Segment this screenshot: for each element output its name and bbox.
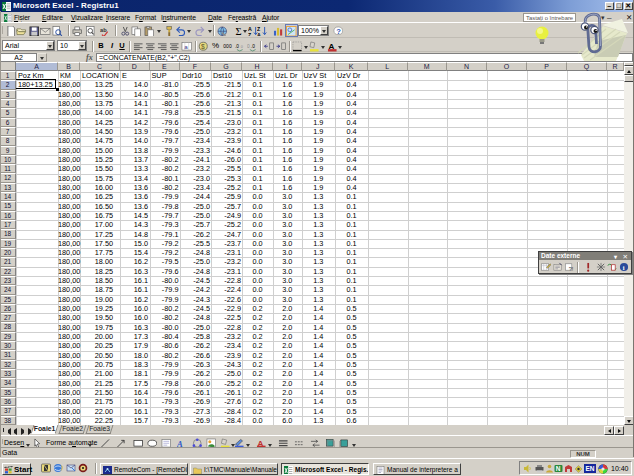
svg-text:A: A xyxy=(257,31,261,36)
svg-text:EN: EN xyxy=(586,465,595,472)
svg-text:a: a xyxy=(184,43,188,50)
svg-text:?!: ?! xyxy=(569,266,574,272)
svg-text:N: N xyxy=(556,465,561,472)
svg-text:$: $ xyxy=(201,43,205,50)
svg-text:0: 0 xyxy=(240,45,242,49)
svg-text:ab: ab xyxy=(100,26,107,32)
svg-text:i: i xyxy=(623,264,625,271)
svg-text:Z: Z xyxy=(248,31,252,36)
svg-text:0: 0 xyxy=(247,44,250,49)
svg-text:.0: .0 xyxy=(235,44,239,49)
svg-text:Σ: Σ xyxy=(235,26,241,36)
svg-text:?: ? xyxy=(336,26,341,35)
svg-text:.0: .0 xyxy=(250,44,254,49)
